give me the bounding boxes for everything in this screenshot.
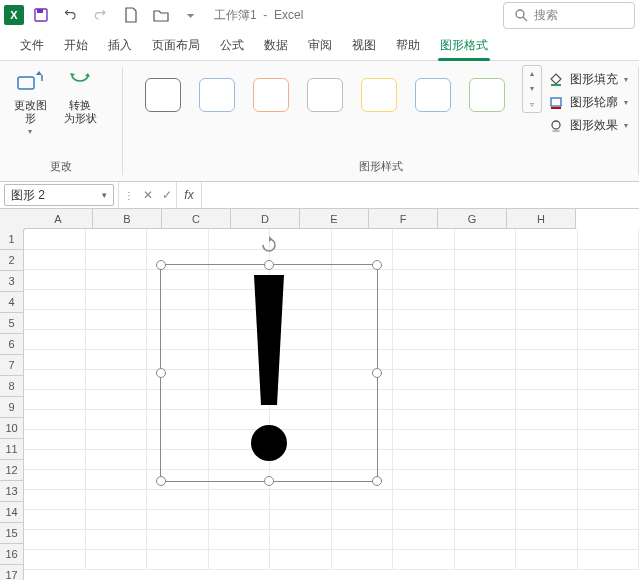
cell[interactable] [455, 449, 517, 470]
cell[interactable] [578, 269, 640, 290]
cell[interactable] [24, 449, 86, 470]
cell[interactable] [393, 489, 455, 510]
column-header[interactable]: A [24, 209, 93, 229]
cell[interactable] [24, 429, 86, 450]
cell[interactable] [516, 529, 578, 550]
confirm-formula-button[interactable]: ✓ [157, 182, 176, 208]
shape-style-0[interactable] [138, 71, 188, 119]
cell[interactable] [86, 509, 148, 530]
row-header[interactable]: 6 [0, 334, 24, 355]
cell[interactable] [393, 389, 455, 410]
cell[interactable] [24, 549, 86, 570]
cell[interactable] [393, 369, 455, 390]
row-header[interactable]: 12 [0, 460, 24, 481]
row-header[interactable]: 14 [0, 502, 24, 523]
select-all-corner[interactable] [0, 209, 25, 230]
cell[interactable] [578, 509, 640, 530]
cell[interactable] [147, 549, 209, 570]
cell[interactable] [147, 529, 209, 550]
cell[interactable] [24, 469, 86, 490]
cell[interactable] [578, 329, 640, 350]
cell[interactable] [24, 389, 86, 410]
formula-input[interactable] [201, 182, 639, 208]
cell[interactable] [270, 229, 332, 250]
row-header[interactable]: 7 [0, 355, 24, 376]
cell[interactable] [270, 489, 332, 510]
convert-to-shape-button[interactable]: 转换 为形状 [56, 65, 104, 131]
cell[interactable] [578, 369, 640, 390]
column-headers[interactable]: ABCDEFGH [24, 209, 639, 229]
formula-more-button[interactable]: ⋮ [118, 182, 138, 208]
worksheet-grid[interactable]: ABCDEFGH 1234567891011121314151617 [0, 209, 639, 580]
cell[interactable] [455, 369, 517, 390]
cell[interactable] [393, 529, 455, 550]
tab-4[interactable]: 公式 [210, 31, 254, 60]
cell[interactable] [332, 549, 394, 570]
cell[interactable] [516, 449, 578, 470]
cell[interactable] [86, 489, 148, 510]
tab-9[interactable]: 图形格式 [430, 31, 498, 60]
cell[interactable] [516, 429, 578, 450]
cell[interactable] [147, 229, 209, 250]
search-box[interactable]: 搜索 [503, 2, 635, 29]
gallery-more-button[interactable]: ▴▾▿ [522, 65, 542, 113]
cell[interactable] [455, 269, 517, 290]
rotate-handle[interactable] [259, 235, 279, 255]
shape-style-1[interactable] [192, 71, 242, 119]
cell[interactable] [578, 349, 640, 370]
resize-handle-n[interactable] [264, 260, 274, 270]
cell[interactable] [393, 289, 455, 310]
tab-7[interactable]: 视图 [342, 31, 386, 60]
cell[interactable] [393, 309, 455, 330]
row-header[interactable]: 11 [0, 439, 24, 460]
row-header[interactable]: 8 [0, 376, 24, 397]
selected-shape[interactable] [160, 264, 378, 482]
tab-1[interactable]: 开始 [54, 31, 98, 60]
cell[interactable] [516, 309, 578, 330]
cell[interactable] [393, 429, 455, 450]
cell[interactable] [516, 289, 578, 310]
cell[interactable] [578, 309, 640, 330]
cell[interactable] [86, 229, 148, 250]
cell[interactable] [455, 309, 517, 330]
resize-handle-ne[interactable] [372, 260, 382, 270]
cell[interactable] [86, 309, 148, 330]
cell[interactable] [209, 549, 271, 570]
cell[interactable] [393, 549, 455, 570]
cell[interactable] [86, 389, 148, 410]
cell[interactable] [393, 269, 455, 290]
row-header[interactable]: 15 [0, 523, 24, 544]
cell[interactable] [393, 509, 455, 530]
cell[interactable] [455, 389, 517, 410]
row-header[interactable]: 5 [0, 313, 24, 334]
cell[interactable] [24, 349, 86, 370]
cell[interactable] [578, 469, 640, 490]
resize-handle-nw[interactable] [156, 260, 166, 270]
cell[interactable] [455, 289, 517, 310]
row-header[interactable]: 3 [0, 271, 24, 292]
cell[interactable] [516, 489, 578, 510]
tab-0[interactable]: 文件 [10, 31, 54, 60]
resize-handle-sw[interactable] [156, 476, 166, 486]
cell[interactable] [455, 329, 517, 350]
cell[interactable] [270, 529, 332, 550]
cell[interactable] [516, 549, 578, 570]
cell[interactable] [24, 269, 86, 290]
row-header[interactable]: 10 [0, 418, 24, 439]
cell[interactable] [24, 309, 86, 330]
cell[interactable] [24, 529, 86, 550]
cell[interactable] [455, 249, 517, 270]
resize-handle-s[interactable] [264, 476, 274, 486]
row-headers[interactable]: 1234567891011121314151617 [0, 229, 24, 580]
row-header[interactable]: 4 [0, 292, 24, 313]
cell[interactable] [393, 329, 455, 350]
row-header[interactable]: 9 [0, 397, 24, 418]
cells-area[interactable] [24, 229, 639, 580]
column-header[interactable]: C [162, 209, 231, 229]
cell[interactable] [24, 489, 86, 510]
cell[interactable] [393, 409, 455, 430]
cell[interactable] [86, 269, 148, 290]
tab-3[interactable]: 页面布局 [142, 31, 210, 60]
cell[interactable] [455, 349, 517, 370]
cell[interactable] [455, 489, 517, 510]
